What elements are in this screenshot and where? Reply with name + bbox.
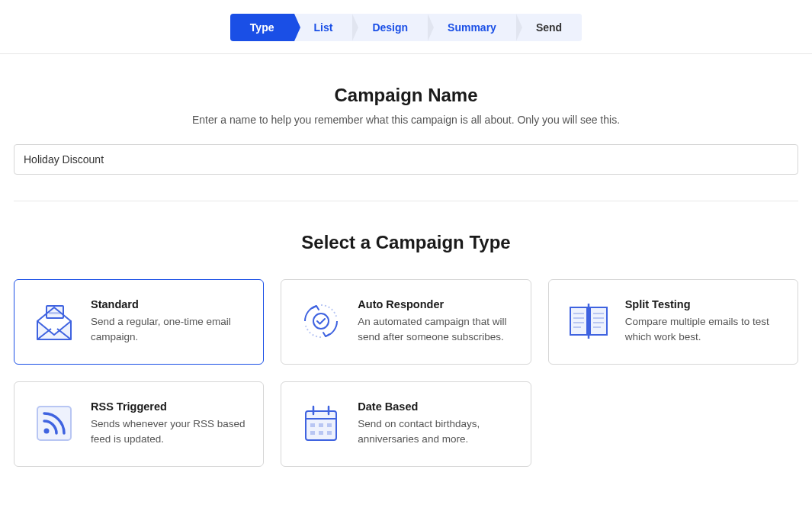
card-title: Standard: [91, 298, 246, 310]
type-card-rss-triggered[interactable]: RSS Triggered Sends whenever your RSS ba…: [14, 381, 264, 467]
svg-rect-25: [327, 431, 332, 435]
svg-rect-20: [310, 423, 315, 427]
campaign-name-title: Campaign Name: [14, 85, 798, 106]
card-text: Standard Send a regular, one-time email …: [91, 298, 246, 344]
card-title: Auto Responder: [358, 298, 513, 310]
type-card-auto-responder[interactable]: Auto Responder An automated campaign tha…: [281, 279, 531, 365]
card-text: Split Testing Compare multiple emails to…: [625, 298, 781, 344]
card-title: RSS Triggered: [91, 400, 246, 413]
split-testing-icon: [566, 298, 611, 344]
campaign-name-input[interactable]: [14, 144, 798, 175]
step-label: Type: [250, 21, 274, 34]
card-text: Auto Responder An automated campaign tha…: [358, 298, 513, 344]
svg-rect-3: [570, 307, 587, 335]
step-send[interactable]: Send: [516, 14, 582, 41]
campaign-type-title: Select a Campaign Type: [14, 232, 798, 253]
step-label: Design: [372, 21, 408, 34]
auto-responder-icon: [298, 298, 344, 344]
type-card-split-testing[interactable]: Split Testing Compare multiple emails to…: [548, 279, 798, 365]
step-summary[interactable]: Summary: [428, 14, 516, 41]
envelope-icon: [31, 298, 77, 344]
type-card-standard[interactable]: Standard Send a regular, one-time email …: [14, 279, 264, 365]
svg-point-2: [313, 313, 329, 329]
campaign-name-subtitle: Enter a name to help you remember what t…: [14, 114, 798, 126]
svg-rect-24: [319, 431, 323, 435]
step-design[interactable]: Design: [352, 14, 428, 41]
card-text: RSS Triggered Sends whenever your RSS ba…: [91, 400, 246, 446]
card-text: Date Based Send on contact birthdays, an…: [358, 400, 513, 446]
calendar-icon: [298, 400, 344, 446]
card-desc: Send a regular, one-time email campaign.: [91, 314, 246, 344]
card-title: Date Based: [358, 400, 513, 413]
content: Campaign Name Enter a name to help you r…: [0, 54, 812, 482]
step-label: Summary: [448, 21, 496, 34]
svg-rect-8: [590, 307, 607, 335]
card-desc: Sends whenever your RSS based feed is up…: [91, 416, 246, 446]
svg-rect-21: [319, 423, 323, 427]
divider: [14, 201, 798, 201]
step-list[interactable]: List: [294, 14, 353, 41]
step-type[interactable]: Type: [230, 14, 294, 41]
card-title: Split Testing: [625, 298, 781, 310]
campaign-type-grid: Standard Send a regular, one-time email …: [14, 279, 798, 467]
stepper-inner: Type List Design Summary Send: [230, 14, 582, 41]
type-card-date-based[interactable]: Date Based Send on contact birthdays, an…: [281, 381, 531, 467]
svg-rect-14: [37, 407, 71, 440]
card-desc: Send on contact birthdays, anniversaries…: [358, 416, 513, 446]
card-desc: An automated campaign that will send aft…: [358, 314, 513, 344]
card-desc: Compare multiple emails to test which wo…: [625, 314, 781, 344]
stepper: Type List Design Summary Send: [0, 0, 812, 54]
svg-rect-22: [327, 423, 332, 427]
step-label: Send: [536, 21, 562, 34]
rss-icon: [31, 400, 77, 446]
svg-point-15: [44, 429, 50, 434]
step-label: List: [314, 21, 333, 34]
svg-rect-23: [310, 431, 315, 435]
